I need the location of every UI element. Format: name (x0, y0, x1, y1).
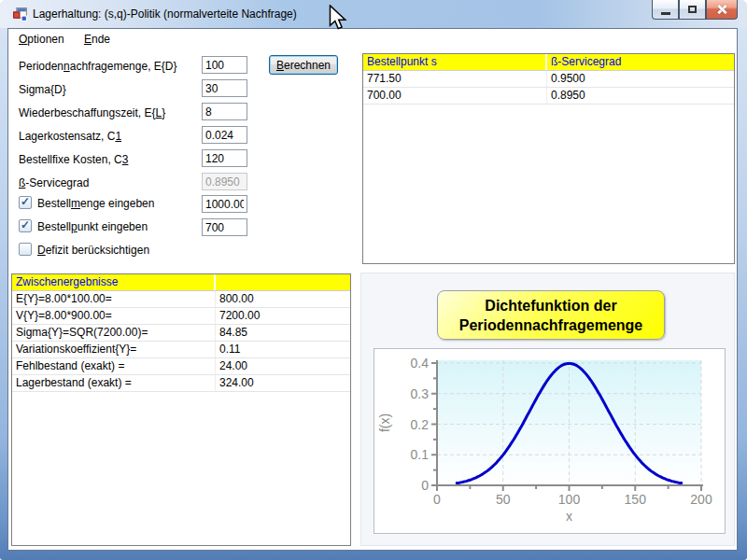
density-chart-svg: 05010015020000.10.20.30.4xf(x) (374, 349, 725, 533)
table-cell: E{Y}=8.00*100.00= (12, 291, 216, 307)
app-form-icon[interactable] (12, 7, 28, 22)
sigma-input[interactable] (202, 79, 247, 97)
label-servicegrad: ß-Servicegrad (19, 176, 89, 189)
svg-text:0.4: 0.4 (411, 356, 430, 371)
column-header-zwischenergebnisse[interactable]: Zwischenergebnisse (12, 274, 216, 290)
results-table: Bestellpunkt s ß-Servicegrad 771.500.950… (362, 53, 735, 264)
wiederbeschaffungszeit-input[interactable] (202, 103, 247, 120)
maximize-button[interactable] (679, 0, 706, 20)
bestellmenge-checkbox[interactable]: ✓ (19, 196, 32, 209)
results-table-header: Bestellpunkt s ß-Servicegrad (363, 54, 734, 71)
svg-text:150: 150 (625, 492, 647, 507)
periodennachfragemenge-input[interactable] (202, 56, 247, 74)
label-sigma: Sigma{D} (19, 83, 66, 96)
table-row[interactable]: E{Y}=8.00*100.00=800.00 (12, 291, 350, 308)
table-cell: 84.85 (216, 325, 350, 341)
table-row[interactable]: 771.500.9500 (363, 71, 734, 88)
svg-text:100: 100 (558, 492, 581, 507)
table-cell: Variationskoeffizient{Y}= (12, 342, 216, 357)
label-defizit: Defizit berücksichtigen (37, 244, 149, 257)
menu-ende[interactable]: Ende (78, 31, 116, 49)
bestellpunkt-input[interactable] (202, 218, 247, 236)
table-cell: 7200.00 (216, 308, 350, 324)
minimize-icon (661, 12, 670, 15)
table-cell: 324.00 (216, 375, 350, 391)
close-button[interactable] (706, 0, 738, 20)
window-controls (652, 0, 738, 20)
svg-text:200: 200 (690, 492, 712, 507)
bestellmenge-input[interactable] (202, 195, 247, 213)
column-header-empty (216, 274, 350, 290)
check-icon: ✓ (21, 196, 30, 207)
table-row[interactable]: Sigma{Y}=SQR(7200.00)=84.85 (12, 325, 350, 342)
table-cell: 0.11 (216, 342, 350, 357)
column-header-servicegrad[interactable]: ß-Servicegrad (547, 54, 734, 70)
label-bestellmenge: Bestellmenge eingeben (37, 197, 154, 210)
label-periodennachfragemenge: Periodennachfragemenge, E{D} (19, 60, 176, 73)
table-cell: 800.00 (216, 291, 350, 307)
svg-text:0.2: 0.2 (411, 417, 430, 432)
label-wiederbeschaffungszeit: Wiederbeschaffungszeit, E{L} (19, 106, 165, 119)
table-cell: 700.00 (363, 88, 547, 104)
label-lagerkostensatz: Lagerkostensatz, C1 (19, 130, 121, 143)
label-bestellfixe-kosten: Bestellfixe Kosten, C3 (19, 153, 128, 166)
menu-optionen[interactable]: Optionen (13, 31, 70, 49)
results-table-body: 771.500.9500700.000.8950 (363, 71, 734, 105)
density-chart: 05010015020000.10.20.30.4xf(x) (374, 348, 726, 534)
svg-text:0: 0 (421, 478, 429, 493)
table-row[interactable]: Variationskoeffizient{Y}=0.11 (12, 342, 350, 358)
intermediate-table-header: Zwischenergebnisse (12, 274, 350, 291)
table-row[interactable]: Fehlbestand (exakt) =24.00 (12, 358, 350, 375)
svg-text:0: 0 (433, 492, 441, 507)
table-cell: Sigma{Y}=SQR(7200.00)= (12, 325, 216, 341)
check-icon: ✓ (21, 219, 30, 231)
density-title-line1: Dichtefunktion der (438, 296, 664, 315)
table-cell: 0.9500 (547, 71, 734, 87)
minimize-button[interactable] (652, 0, 679, 20)
svg-text:0.3: 0.3 (411, 386, 430, 401)
bestellpunkt-checkbox[interactable]: ✓ (19, 219, 32, 232)
svg-text:f(x): f(x) (377, 413, 392, 432)
maximize-icon (688, 6, 697, 13)
svg-text:0.1: 0.1 (411, 447, 430, 462)
table-row[interactable]: V{Y}=8.00*900.00=7200.00 (12, 308, 350, 325)
table-cell: 0.8950 (547, 88, 734, 104)
defizit-checkbox[interactable] (19, 243, 32, 256)
window-title: Lagerhaltung: (s,q)-Politik (normalverte… (33, 7, 297, 21)
bestellfixe-kosten-input[interactable] (202, 149, 247, 167)
mouse-cursor-icon (329, 5, 347, 30)
svg-text:x: x (566, 509, 572, 524)
density-title-box: Dichtefunktion der Periodennachfragemeng… (437, 290, 665, 340)
svg-text:50: 50 (496, 492, 511, 507)
table-cell: Lagerbestand (exakt) = (12, 375, 216, 391)
servicegrad-input (202, 173, 247, 190)
title-bar[interactable]: Lagerhaltung: (s,q)-Politik (normalverte… (0, 0, 747, 28)
table-cell: V{Y}=8.00*900.00= (12, 308, 216, 324)
close-icon (716, 4, 727, 15)
table-cell: 24.00 (216, 358, 350, 374)
table-row[interactable]: 700.000.8950 (363, 88, 734, 105)
table-cell: Fehlbestand (exakt) = (12, 358, 216, 374)
column-header-bestellpunkt-s[interactable]: Bestellpunkt s (363, 54, 547, 70)
lagerkostensatz-input[interactable] (202, 126, 247, 144)
berechnen-button[interactable]: Berechnen (269, 55, 338, 75)
density-title-line2: Periodennachfragemenge (438, 315, 664, 335)
intermediate-table-body: E{Y}=8.00*100.00=800.00V{Y}=8.00*900.00=… (12, 291, 350, 392)
app-window: Lagerhaltung: (s,q)-Politik (normalverte… (0, 0, 747, 560)
table-row[interactable]: Lagerbestand (exakt) =324.00 (12, 375, 350, 392)
label-bestellpunkt: Bestellpunkt eingeben (37, 220, 148, 233)
table-cell: 771.50 (363, 71, 547, 87)
intermediate-results-table: Zwischenergebnisse E{Y}=8.00*100.00=800.… (11, 273, 351, 546)
